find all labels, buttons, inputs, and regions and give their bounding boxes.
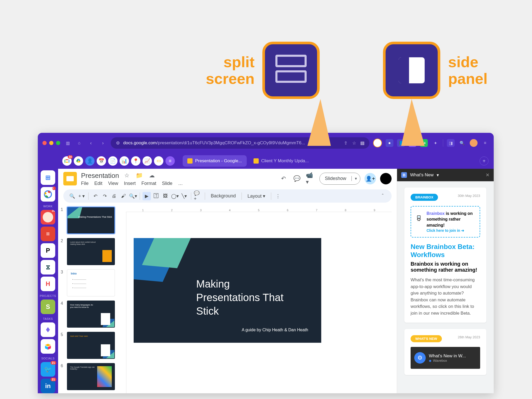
analytics-icon[interactable]: 📈 (143, 156, 152, 166)
slide-subtitle[interactable]: A guide by Chip Heath & Dan Heath (242, 328, 308, 332)
side-panel-body[interactable]: BRAINBOX 30th May 2023 Brainbox is worki… (397, 181, 494, 393)
category-pill: BRAINBOX (411, 194, 438, 201)
line-icon[interactable]: ╲▾ (180, 192, 188, 200)
sidebar-item-google[interactable]: 1 (41, 187, 55, 202)
sidebar-item-zendesk[interactable]: ⧖ (41, 260, 55, 275)
side-panel: B What's New ▾ ✕ BRAINBOX 30th May 2023 … (397, 169, 494, 393)
image-icon[interactable]: 🖼 (161, 192, 170, 200)
menu-insert[interactable]: Insert (124, 181, 136, 186)
slide-panel[interactable]: 1 Making Presentations That Stick 2 Lore… (58, 204, 121, 393)
video-title: What's New in W... (429, 353, 477, 359)
menu-file[interactable]: File (81, 181, 89, 186)
side-panel-title: What's New (410, 172, 434, 178)
undo-icon[interactable]: ↶ (91, 192, 100, 200)
slide-decoration (134, 238, 196, 288)
badge: 21 (51, 378, 56, 381)
slide-title[interactable]: Making Presentations That Stick (196, 277, 283, 318)
chevron-down-icon[interactable]: ▾ (351, 176, 360, 181)
slides-logo-icon[interactable] (63, 172, 77, 185)
more-tools-icon[interactable]: ⋮ (274, 192, 282, 200)
cursor-icon[interactable]: ▶ (143, 192, 151, 200)
menu-bar: File Edit View Insert Format Slide … (81, 181, 275, 186)
paint-icon[interactable]: 🖌 (119, 192, 128, 200)
menu-edit[interactable]: Edit (94, 181, 102, 186)
print-icon[interactable]: 🖨 (110, 192, 118, 200)
docs-icon[interactable]: 📄 (108, 156, 117, 166)
menu-more[interactable]: … (178, 181, 183, 186)
comment-icon[interactable]: 💬 (292, 174, 302, 183)
shape-icon[interactable]: ◯▾ (171, 192, 179, 200)
search-tool-icon[interactable]: 🔍 (68, 192, 76, 200)
zoom-icon[interactable]: 🔍▾ (129, 192, 137, 200)
slide-thumbnail[interactable]: The Google Translate app can instantly..… (67, 363, 115, 390)
sheets-icon[interactable]: 📊 (120, 156, 129, 166)
sidebar-item-app-p[interactable]: P (41, 243, 55, 258)
star-icon[interactable]: ☆ (122, 171, 132, 180)
calendar-icon[interactable]: 📅 (97, 156, 106, 166)
chevron-down-icon[interactable]: ▾ (437, 172, 439, 178)
sidebar-item-linkedin[interactable]: in 21 (41, 379, 55, 393)
contacts-icon[interactable]: 👤 (85, 156, 95, 166)
menu-view[interactable]: View (108, 181, 118, 186)
comment-tool-icon[interactable]: 💬+ (194, 192, 202, 200)
sidebar-item-shopify[interactable]: S (41, 300, 55, 314)
menu-slide[interactable]: Slide (162, 181, 172, 186)
content-area: Presentation ☆ 📁 ☁ File Edit View Insert… (58, 169, 494, 393)
drive-icon[interactable] (74, 156, 83, 166)
slide-thumbnail[interactable]: How many languages do you need to know t… (67, 301, 115, 328)
ruler-horizontal: 123456789 (126, 206, 392, 212)
video-preview[interactable]: ⚙ What's New in W... ◆Wavebox (411, 347, 480, 369)
redo-icon[interactable]: ↷ (101, 192, 109, 200)
sidebar-item-twitter[interactable]: 🐦 21 (41, 362, 55, 377)
sidebar-item-clickup[interactable] (41, 322, 55, 337)
tabs-strip: 34 👤 📅 📄 📊 📍 📈 ▭ ≡ Presentation - Google… (38, 153, 494, 169)
collapse-toolbar-icon[interactable]: ˆ (379, 192, 387, 200)
news-heading: New Brainbox Beta: Workflows (411, 243, 480, 259)
slide-thumbnail[interactable]: Just one! Your own. (67, 332, 115, 359)
promo-link[interactable]: Click here to join in ➜ (426, 228, 464, 233)
badge: 1 (52, 186, 56, 190)
sidebar-section-tasks: TASKS (43, 317, 53, 320)
svg-rect-1 (417, 216, 420, 218)
slide-thumbnail[interactable]: Intro • ——————• ——————• —————— (67, 269, 115, 296)
new-slide-icon[interactable]: + ▾ (77, 192, 86, 200)
sidebar-section-socials: SOCIALS (41, 357, 54, 360)
sidebar-item-todoist[interactable]: ≡ (41, 227, 55, 241)
meet-icon[interactable]: 📹▾ (306, 174, 315, 183)
cloud-icon[interactable]: ☁ (147, 171, 157, 180)
sidebar-item-airtable[interactable] (41, 339, 55, 354)
app-icon[interactable]: ≡ (165, 156, 175, 166)
slide-thumbnail[interactable]: Lorem ipsum text content about making id… (67, 238, 115, 265)
gmail-icon[interactable]: 34 (62, 156, 72, 166)
browser-window: ▥ ⌂ ‹ › ⚙ docs.google.com/presentation/d… (38, 133, 494, 393)
slide-thumbnail[interactable]: Making Presentations That Stick (67, 207, 115, 234)
background-button[interactable]: Background (208, 193, 239, 199)
new-tab-button[interactable]: + (480, 157, 488, 165)
news-body: What's the most time-consuming app-to-ap… (411, 277, 480, 316)
sidebar-item-app-h[interactable]: H (41, 277, 55, 291)
sidebar-item-apps[interactable]: ⊞ (41, 170, 55, 185)
canvas-area[interactable]: 123456789 Making Presentations That Stic… (121, 204, 397, 393)
share-button[interactable]: 👤+ (364, 173, 376, 184)
toolbar: 🔍 + ▾ ↶ ↷ 🖨 🖌 🔍▾ ▶ 🅃 🖼 ◯▾ ╲▾ 💬+ Backgrou… (63, 189, 392, 203)
document-title[interactable]: Presentation (81, 172, 119, 180)
slideshow-button[interactable]: Slideshow ▾ (319, 173, 360, 185)
textbox-icon[interactable]: 🅃 (152, 192, 160, 200)
close-icon[interactable]: ✕ (486, 172, 490, 178)
tab-active[interactable]: Presentation - Google... (183, 155, 247, 167)
slide-canvas[interactable]: Making Presentations That Stick A guide … (134, 238, 321, 343)
user-avatar[interactable] (380, 173, 392, 184)
menu-format[interactable]: Format (141, 181, 156, 186)
google-slides-app: Presentation ☆ 📁 ☁ File Edit View Insert… (58, 169, 397, 393)
maps-icon[interactable]: 📍 (131, 156, 140, 166)
layout-button[interactable]: Layout ▾ (244, 193, 268, 199)
slides-icon[interactable]: ▭ (154, 156, 163, 166)
slide-number: 6 (61, 363, 65, 390)
move-icon[interactable]: 📁 (135, 171, 144, 180)
svg-rect-4 (418, 219, 420, 220)
split-screen-icon (275, 55, 307, 86)
tab[interactable]: Client Y Monthly Upda... (249, 155, 314, 167)
tab-label: Client Y Monthly Upda... (261, 158, 309, 164)
sidebar-item-avatar[interactable]: 34 (41, 210, 55, 225)
history-icon[interactable]: ↶ (279, 174, 288, 183)
